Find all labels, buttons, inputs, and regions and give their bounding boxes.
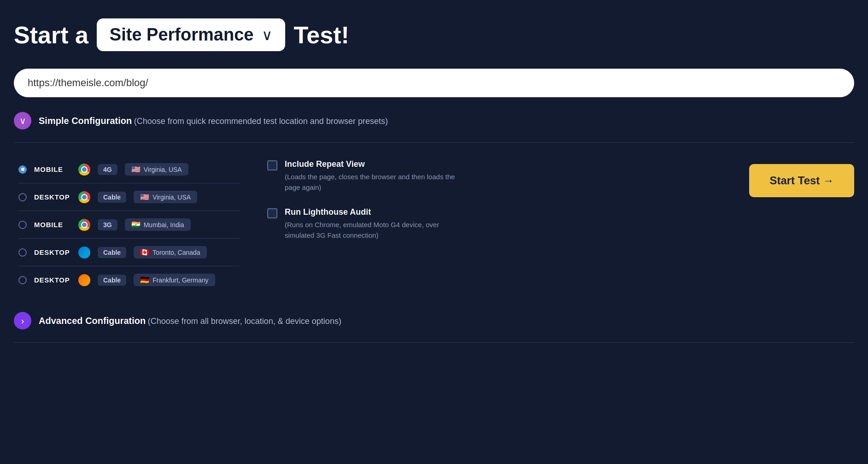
connection-cable-badge: Cable: [98, 247, 126, 258]
repeat-view-label: Include Repeat View: [285, 159, 460, 169]
preset-mobile-4g-virginia[interactable]: MOBILE 4G 🇺🇸 Virginia, USA: [18, 156, 240, 183]
repeat-view-text: Include Repeat View (Loads the page, clo…: [285, 159, 460, 193]
lighthouse-checkbox[interactable]: [267, 208, 277, 218]
location-toronto-badge: 🇨🇦 Toronto, Canada: [134, 246, 207, 258]
chevron-right-icon: ›: [21, 316, 24, 326]
preset-desktop-cable-toronto[interactable]: DESKTOP Cable 🇨🇦 Toronto, Canada: [18, 239, 240, 266]
connection-3g-badge: 3G: [98, 219, 117, 230]
firefox-icon: [78, 274, 90, 286]
preset-device-label: DESKTOP: [34, 276, 71, 284]
start-test-wrapper: Start Test →: [749, 156, 854, 294]
radio-desktop-cable-toronto[interactable]: [18, 248, 27, 257]
radio-desktop-cable-virginia[interactable]: [18, 193, 27, 201]
radio-desktop-cable-frankfurt[interactable]: [18, 276, 27, 284]
header-suffix: Test!: [293, 21, 349, 49]
url-input-wrapper: [14, 69, 854, 97]
lighthouse-label: Run Lighthouse Audit: [285, 207, 460, 217]
repeat-view-description: (Loads the page, closes the browser and …: [285, 172, 460, 193]
flag-in-icon: 🇮🇳: [131, 220, 141, 229]
edge-icon: [78, 247, 90, 258]
advanced-config-section-header[interactable]: › Advanced Configuration (Choose from al…: [14, 312, 854, 329]
location-virginia-badge: 🇺🇸 Virginia, USA: [134, 191, 197, 203]
location-mumbai-badge: 🇮🇳 Mumbai, India: [125, 218, 191, 231]
flag-de-icon: 🇩🇪: [140, 276, 149, 284]
presets-list: MOBILE 4G 🇺🇸 Virginia, USA DESKTOP Cable…: [18, 156, 240, 294]
simple-config-section-header[interactable]: ∨ Simple Configuration (Choose from quic…: [14, 112, 854, 129]
preset-device-label: MOBILE: [34, 165, 71, 173]
connection-cable-badge: Cable: [98, 275, 126, 286]
url-input[interactable]: [28, 77, 840, 89]
chrome-icon: [78, 164, 90, 176]
divider-top: [14, 142, 854, 143]
advanced-config-toggle-button[interactable]: ›: [14, 312, 31, 329]
preset-desktop-cable-virginia[interactable]: DESKTOP Cable 🇺🇸 Virginia, USA: [18, 183, 240, 211]
flag-us-icon: 🇺🇸: [131, 165, 141, 174]
radio-mobile-3g-mumbai[interactable]: [18, 221, 27, 229]
test-type-label: Site Performance: [110, 25, 254, 45]
divider-bottom: [14, 342, 854, 343]
location-virginia-badge: 🇺🇸 Virginia, USA: [125, 163, 188, 176]
location-frankfurt-badge: 🇩🇪 Frankfurt, Germany: [134, 274, 215, 286]
preset-mobile-3g-mumbai[interactable]: MOBILE 3G 🇮🇳 Mumbai, India: [18, 211, 240, 239]
right-panel: Include Repeat View (Loads the page, clo…: [267, 156, 721, 294]
radio-mobile-4g-virginia[interactable]: [18, 165, 27, 174]
advanced-config-subtitle: (Choose from all browser, location, & de…: [148, 317, 341, 326]
connection-cable-badge: Cable: [98, 192, 126, 203]
config-area: MOBILE 4G 🇺🇸 Virginia, USA DESKTOP Cable…: [14, 156, 854, 294]
preset-desktop-cable-frankfurt[interactable]: DESKTOP Cable 🇩🇪 Frankfurt, Germany: [18, 266, 240, 294]
chrome-icon: [78, 191, 90, 203]
repeat-view-checkbox[interactable]: [267, 160, 277, 170]
connection-4g-badge: 4G: [98, 164, 117, 175]
chevron-down-icon: ∨: [262, 26, 272, 44]
preset-device-label: DESKTOP: [34, 248, 71, 256]
flag-ca-icon: 🇨🇦: [140, 248, 149, 257]
lighthouse-text: Run Lighthouse Audit (Runs on Chrome, em…: [285, 207, 460, 241]
advanced-config-section: › Advanced Configuration (Choose from al…: [14, 312, 854, 343]
page-header: Start a Site Performance ∨ Test!: [14, 18, 854, 51]
test-type-dropdown[interactable]: Site Performance ∨: [97, 18, 286, 51]
flag-us-icon: 🇺🇸: [140, 193, 149, 201]
repeat-view-option: Include Repeat View (Loads the page, clo…: [267, 159, 721, 193]
preset-device-label: MOBILE: [34, 221, 71, 229]
chevron-down-icon: ∨: [19, 115, 26, 126]
lighthouse-description: (Runs on Chrome, emulated Moto G4 device…: [285, 220, 460, 241]
header-prefix: Start a: [14, 21, 88, 49]
simple-config-toggle-button[interactable]: ∨: [14, 112, 31, 129]
start-test-button[interactable]: Start Test →: [749, 164, 854, 197]
simple-config-subtitle: (Choose from quick recommended test loca…: [134, 117, 388, 126]
lighthouse-option: Run Lighthouse Audit (Runs on Chrome, em…: [267, 207, 721, 241]
preset-device-label: DESKTOP: [34, 193, 71, 201]
chrome-icon: [78, 219, 90, 231]
simple-config-title: Simple Configuration: [39, 116, 132, 126]
advanced-config-title: Advanced Configuration: [39, 316, 146, 326]
